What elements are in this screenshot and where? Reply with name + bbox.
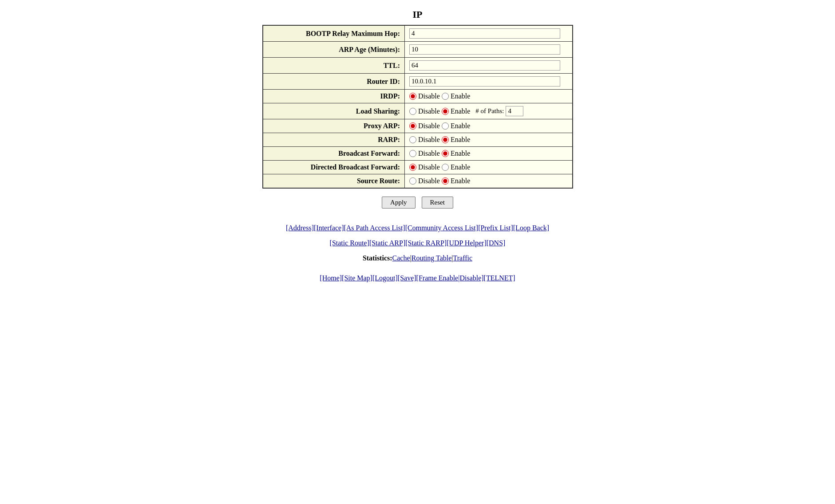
rarp-row: RARP: Disable Enable [263,133,573,147]
irdp-disable-radio[interactable] [409,93,416,100]
nav-udp-helper[interactable]: [UDP Helper] [447,239,487,247]
source-route-disable-radio[interactable] [409,177,416,185]
paths-label: # of Paths: [475,107,504,115]
directed-bc-fwd-value-cell: Disable Enable [405,161,573,174]
nav-loop-back[interactable]: [Loop Back] [513,224,549,232]
nav-routing-table[interactable]: Routing Table [412,254,452,262]
broadcast-fwd-enable-label[interactable]: Enable [451,150,470,158]
nav-static-route[interactable]: [Static Route] [330,239,369,247]
footer-nav: [Home][Site Map][Logout][Save][Frame Ena… [320,274,515,282]
nav-static-rarp[interactable]: [Static RARP] [405,239,447,247]
broadcast-fwd-value-cell: Disable Enable [405,147,573,161]
nav-line-2: [Static Route][Static ARP][Static RARP][… [286,236,549,250]
nav-cache[interactable]: Cache [392,254,410,262]
router-id-value-cell [405,74,573,90]
nav-address[interactable]: [Address] [286,224,314,232]
rarp-enable-label[interactable]: Enable [451,136,470,144]
broadcast-fwd-radio-group: Disable Enable [409,150,568,158]
router-id-label: Router ID: [263,74,405,90]
nav-traffic[interactable]: Traffic [453,254,473,262]
load-sharing-row: Load Sharing: Disable Enable # of Paths: [263,103,573,119]
page-title: IP [413,9,423,20]
load-sharing-disable-label[interactable]: Disable [418,107,440,115]
source-route-disable-label[interactable]: Disable [418,177,440,185]
source-route-value-cell: Disable Enable [405,174,573,189]
ttl-input[interactable] [409,60,560,71]
rarp-disable-label[interactable]: Disable [418,136,440,144]
proxy-arp-disable-radio[interactable] [409,122,416,130]
load-sharing-radio-group: Disable Enable # of Paths: [409,106,568,116]
reset-button[interactable]: Reset [422,197,453,209]
nav-static-arp[interactable]: [Static ARP] [369,239,405,247]
ttl-row: TTL: [263,58,573,74]
nav-section: [Address][Interface][As Path Access List… [286,221,549,266]
nav-as-path[interactable]: [As Path Access List] [344,224,405,232]
source-route-enable-radio[interactable] [442,177,449,185]
irdp-disable-label[interactable]: Disable [418,92,440,100]
ttl-value-cell [405,58,573,74]
directed-bc-fwd-disable-label[interactable]: Disable [418,163,440,171]
broadcast-fwd-disable-label[interactable]: Disable [418,150,440,158]
load-sharing-value-cell: Disable Enable # of Paths: [405,103,573,119]
nav-line-1: [Address][Interface][As Path Access List… [286,221,549,235]
apply-button[interactable]: Apply [382,197,416,209]
proxy-arp-radio-group: Disable Enable [409,122,568,130]
directed-bc-fwd-disable-radio[interactable] [409,164,416,171]
bootp-input[interactable] [409,28,560,39]
bootp-value-cell [405,25,573,42]
directed-bc-fwd-radio-group: Disable Enable [409,163,568,171]
broadcast-fwd-disable-radio[interactable] [409,150,416,157]
directed-bc-fwd-enable-label[interactable]: Enable [451,163,470,171]
arp-age-row: ARP Age (Minutes): [263,42,573,58]
load-sharing-enable-label[interactable]: Enable [451,107,470,115]
bootp-row: BOOTP Relay Maximum Hop: [263,25,573,42]
proxy-arp-disable-label[interactable]: Disable [418,122,440,130]
ip-config-table: BOOTP Relay Maximum Hop: ARP Age (Minute… [262,25,573,189]
nav-community[interactable]: [Community Access List] [405,224,478,232]
proxy-arp-value-cell: Disable Enable [405,119,573,133]
broadcast-fwd-label: Broadcast Forward: [263,147,405,161]
irdp-row: IRDP: Disable Enable [263,90,573,103]
nav-line-3: Statistics:Cache|Routing Table|Traffic [286,251,549,265]
load-sharing-disable-radio[interactable] [409,108,416,115]
paths-input[interactable] [506,106,523,116]
directed-bc-fwd-row: Directed Broadcast Forward: Disable Enab… [263,161,573,174]
irdp-label: IRDP: [263,90,405,103]
footer-save[interactable]: [Save] [398,274,416,282]
rarp-enable-radio[interactable] [442,136,449,143]
irdp-radio-group: Disable Enable [409,92,568,100]
stats-label: Statistics: [363,254,392,262]
router-id-input[interactable] [409,76,560,87]
source-route-enable-label[interactable]: Enable [451,177,470,185]
irdp-enable-label[interactable]: Enable [451,92,470,100]
footer-frame-enable-disable[interactable]: [Frame Enable|Disable] [416,274,484,282]
action-buttons: Apply Reset [382,197,453,209]
nav-dns[interactable]: [DNS] [487,239,506,247]
footer-logout[interactable]: [Logout] [372,274,398,282]
broadcast-fwd-row: Broadcast Forward: Disable Enable [263,147,573,161]
bootp-label: BOOTP Relay Maximum Hop: [263,25,405,42]
rarp-value-cell: Disable Enable [405,133,573,147]
nav-interface[interactable]: [Interface] [314,224,344,232]
directed-bc-fwd-label: Directed Broadcast Forward: [263,161,405,174]
directed-bc-fwd-enable-radio[interactable] [442,164,449,171]
footer-home[interactable]: [Home] [320,274,342,282]
nav-prefix-list[interactable]: [Prefix List] [478,224,513,232]
footer-site-map[interactable]: [Site Map] [342,274,372,282]
rarp-radio-group: Disable Enable [409,136,568,144]
broadcast-fwd-enable-radio[interactable] [442,150,449,157]
ttl-label: TTL: [263,58,405,74]
rarp-label: RARP: [263,133,405,147]
rarp-disable-radio[interactable] [409,136,416,143]
irdp-enable-radio[interactable] [442,93,449,100]
proxy-arp-enable-radio[interactable] [442,122,449,130]
proxy-arp-enable-label[interactable]: Enable [451,122,470,130]
arp-age-value-cell [405,42,573,58]
arp-age-label: ARP Age (Minutes): [263,42,405,58]
load-sharing-enable-radio[interactable] [442,108,449,115]
irdp-value-cell: Disable Enable [405,90,573,103]
arp-age-input[interactable] [409,44,560,55]
load-sharing-label: Load Sharing: [263,103,405,119]
source-route-radio-group: Disable Enable [409,177,568,185]
footer-telnet[interactable]: [TELNET] [484,274,515,282]
